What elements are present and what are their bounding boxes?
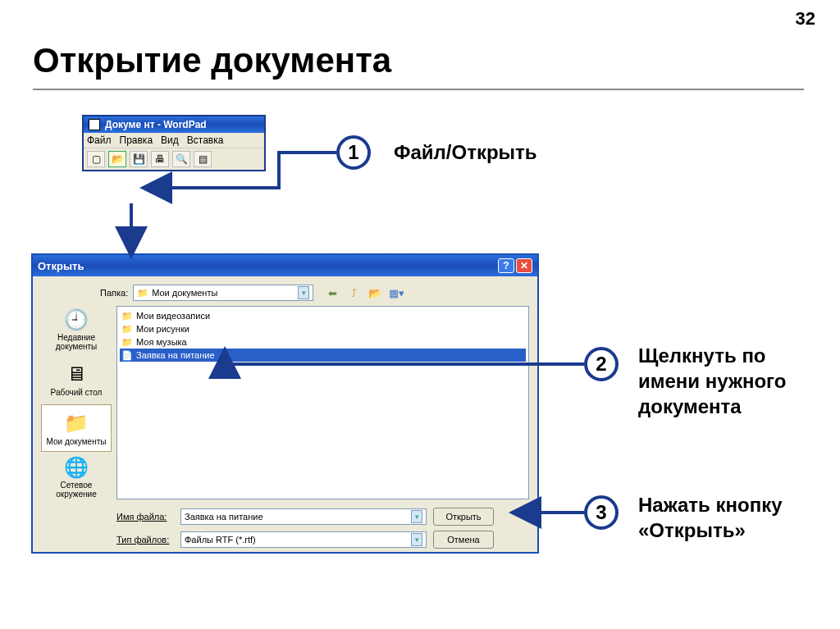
wordpad-titlebar: Докуме нт - WordPad <box>84 116 264 133</box>
chevron-down-icon[interactable]: ▾ <box>411 510 422 523</box>
sidebar-network-label: Сетевое окружение <box>43 481 109 499</box>
filename-input[interactable]: Заявка на питание ▾ <box>180 508 427 525</box>
title-rule <box>33 89 804 90</box>
file-item-label: Мои рисунки <box>136 324 189 334</box>
filename-value: Заявка на питание <box>185 512 263 522</box>
desktop-icon: 🖥 <box>63 362 89 386</box>
folder-icon: 📁 <box>121 323 133 335</box>
menu-file[interactable]: Файл <box>87 134 112 146</box>
wordpad-title-text: Докуме нт - WordPad <box>105 119 207 130</box>
folder-icon: 📁 <box>121 336 133 348</box>
wordpad-toolbar: ▢ 📂 💾 🖶 🔍 ▤ <box>84 148 264 170</box>
filename-label: Имя файла: <box>116 512 174 522</box>
toolbar-open-icon[interactable]: 📂 <box>108 151 126 167</box>
folder-dropdown[interactable]: 📁 Мои документы ▾ <box>133 285 313 301</box>
nav-view-icon[interactable]: ▦▾ <box>389 285 404 300</box>
folder-value: Мои документы <box>152 288 217 298</box>
callout-num-2: 2 <box>596 353 606 376</box>
folder-icon: 📁 <box>121 310 133 321</box>
folder-label: Папка: <box>100 288 128 298</box>
help-button-icon[interactable]: ? <box>498 258 514 273</box>
file-item[interactable]: 📁 Моя музыка <box>120 335 526 349</box>
menu-insert[interactable]: Вставка <box>187 134 224 146</box>
callout-text-3: Нажать кнопку «Открыть» <box>638 492 819 543</box>
file-list-pane[interactable]: 📁 Мои видеозаписи 📁 Мои рисунки 📁 Моя му… <box>116 306 529 499</box>
sidebar-recent[interactable]: 🕘 Недавние документы <box>41 306 112 353</box>
chevron-down-icon[interactable]: ▾ <box>298 286 309 299</box>
sidebar-desktop[interactable]: 🖥 Рабочий стол <box>41 355 112 403</box>
nav-back-icon[interactable]: ⬅ <box>325 285 340 300</box>
callout-badge-3: 3 <box>584 495 619 530</box>
toolbar-print-icon[interactable]: 🖶 <box>151 151 169 167</box>
filetype-dropdown[interactable]: Файлы RTF (*.rtf) ▾ <box>180 531 427 548</box>
wordpad-window: Докуме нт - WordPad Файл Правка Вид Вста… <box>82 115 266 171</box>
file-item-label: Заявка на питание <box>136 350 215 360</box>
network-icon: 🌐 <box>63 456 89 479</box>
callout-badge-1: 1 <box>336 135 371 170</box>
file-item[interactable]: 📁 Мои видеозаписи <box>120 309 526 322</box>
cancel-button[interactable]: Отмена <box>433 531 494 549</box>
file-item-selected[interactable]: 📄 Заявка на питание <box>120 349 526 362</box>
open-dialog-title: Открыть <box>38 260 84 272</box>
callout-badge-2: 2 <box>584 347 619 381</box>
open-dialog-titlebar: Открыть ? ✕ <box>33 255 537 276</box>
chevron-down-icon[interactable]: ▾ <box>411 533 422 546</box>
open-button[interactable]: Открыть <box>433 508 494 526</box>
nav-newfolder-icon[interactable]: 📂 <box>368 285 382 300</box>
toolbar-save-icon[interactable]: 💾 <box>130 151 148 167</box>
toolbar-preview-icon[interactable]: 🔍 <box>172 151 190 167</box>
callout-text-1: Файл/Открыть <box>394 139 537 165</box>
mydocs-icon: 📁 <box>63 411 89 435</box>
menu-view[interactable]: Вид <box>161 134 179 146</box>
recent-docs-icon: 🕘 <box>63 308 89 331</box>
document-icon: 📄 <box>121 349 133 361</box>
page-number: 32 <box>796 8 815 30</box>
close-button-icon[interactable]: ✕ <box>516 258 532 273</box>
folder-icon: 📁 <box>137 288 148 299</box>
filetype-label: Тип файлов: <box>116 535 174 545</box>
nav-up-icon[interactable]: ⤴ <box>346 285 361 300</box>
sidebar-mydocs-label: Мои документы <box>47 437 107 446</box>
callout-num-3: 3 <box>596 501 606 524</box>
toolbar-find-icon[interactable]: ▤ <box>194 151 212 167</box>
callout-num-1: 1 <box>348 141 358 164</box>
sidebar-desktop-label: Рабочий стол <box>51 388 103 397</box>
toolbar-new-icon[interactable]: ▢ <box>87 151 105 167</box>
places-sidebar: 🕘 Недавние документы 🖥 Рабочий стол 📁 Мо… <box>41 306 112 501</box>
file-item[interactable]: 📁 Мои рисунки <box>120 322 526 335</box>
file-item-label: Мои видеозаписи <box>136 311 210 321</box>
menu-edit[interactable]: Правка <box>120 134 153 146</box>
callout-text-2: Щелкнуть по имени нужного документа <box>638 343 819 420</box>
file-item-label: Моя музыка <box>136 337 187 347</box>
sidebar-recent-label: Недавние документы <box>43 333 109 351</box>
wordpad-menubar: Файл Правка Вид Вставка <box>84 133 264 148</box>
open-dialog: Открыть ? ✕ Папка: 📁 Мои документы ▾ ⬅ ⤴… <box>31 253 539 554</box>
wordpad-app-icon <box>89 119 100 130</box>
sidebar-network[interactable]: 🌐 Сетевое окружение <box>41 454 112 501</box>
filetype-value: Файлы RTF (*.rtf) <box>185 535 256 545</box>
page-title: Открытие документа <box>33 41 391 80</box>
sidebar-mydocs[interactable]: 📁 Мои документы <box>41 404 112 452</box>
